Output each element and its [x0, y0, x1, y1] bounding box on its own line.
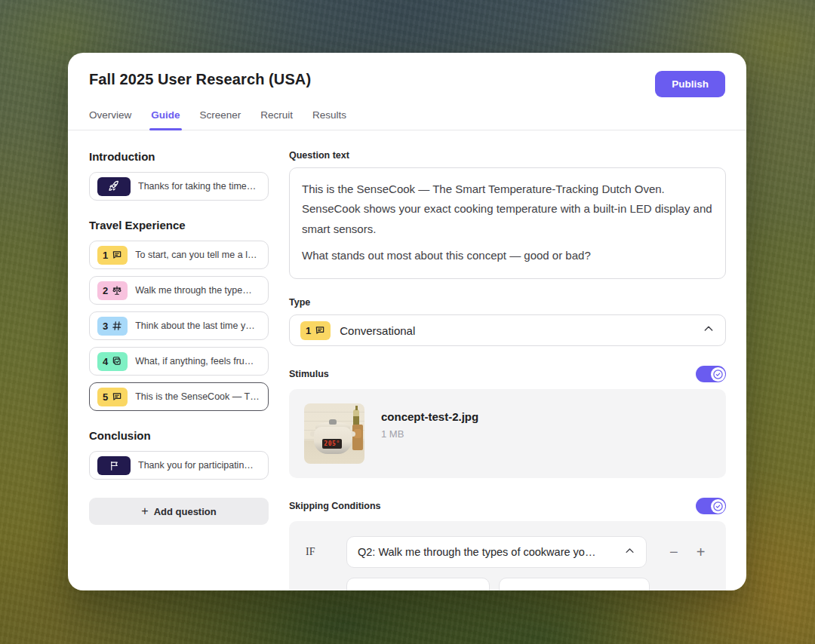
- publish-button[interactable]: Publish: [655, 71, 725, 97]
- section-title-travel-experience: Travel Experience: [89, 219, 269, 232]
- question-editor-panel: Question text This is the SenseCook — Th…: [289, 150, 726, 590]
- type-badge: 1: [300, 321, 331, 340]
- sidebar-item-q1[interactable]: 1 To start, can you tell me a l…: [89, 241, 269, 269]
- page-title: Fall 2025 User Research (USA): [89, 71, 311, 88]
- add-question-label: Add question: [154, 506, 217, 517]
- sidebar-item-label: To start, can you tell me a l…: [135, 250, 257, 260]
- condition-question-value: Q2: Walk me through the types of cookwar…: [358, 546, 617, 558]
- thumbnail-pot-knob: [329, 419, 337, 425]
- chat-icon: [112, 391, 122, 402]
- sidebar-item-label: Thank you for participatin…: [138, 460, 254, 471]
- question-badge: 2: [97, 281, 128, 300]
- skipping-conditions-panel: IF Q2: Walk me through the types of cook…: [289, 521, 726, 590]
- toggle-check-icon: [711, 367, 725, 382]
- stimulus-panel: 205° concept-test-2.jpg 1 MB: [289, 389, 726, 478]
- guide-outline-sidebar: Introduction Thanks for taking the time……: [89, 150, 269, 590]
- study-editor-card: Fall 2025 User Research (USA) Publish Ov…: [68, 53, 746, 590]
- tab-results[interactable]: Results: [312, 109, 346, 130]
- section-title-conclusion: Conclusion: [89, 429, 269, 442]
- type-select[interactable]: 1 Conversational: [289, 314, 726, 346]
- section-title-introduction: Introduction: [89, 150, 269, 163]
- type-badge-number: 1: [306, 325, 311, 336]
- question-number: 3: [103, 320, 108, 332]
- question-number: 5: [103, 391, 108, 403]
- scales-icon: [112, 285, 122, 296]
- sidebar-item-label: Think about the last time y…: [135, 320, 254, 331]
- sidebar-item-label: Walk me through the type…: [135, 285, 251, 296]
- question-badge: 4: [97, 352, 128, 371]
- question-text-paragraph-2: What stands out most about this concept …: [302, 246, 713, 265]
- add-condition-button[interactable]: +: [697, 544, 706, 560]
- condition-operator-select[interactable]: [346, 578, 490, 590]
- stimulus-toggle[interactable]: [696, 366, 726, 382]
- flag-icon: [97, 456, 131, 475]
- chevron-up-icon: [624, 545, 635, 560]
- tab-recruit[interactable]: Recruit: [260, 109, 293, 130]
- copy-check-icon: [112, 356, 122, 366]
- question-number: 1: [103, 250, 108, 261]
- sidebar-item-q2[interactable]: 2 Walk me through the type…: [89, 276, 269, 305]
- skipping-conditions-label: Skipping Conditions: [289, 501, 381, 511]
- toggle-check-icon: [711, 499, 725, 514]
- chevron-up-icon: [703, 323, 715, 338]
- tab-guide[interactable]: Guide: [151, 109, 180, 130]
- tab-overview[interactable]: Overview: [89, 109, 131, 130]
- stimulus-file-size: 1 MB: [381, 428, 478, 440]
- sidebar-item-label: What, if anything, feels fru…: [135, 356, 254, 366]
- card-header: Fall 2025 User Research (USA) Publish: [68, 53, 746, 97]
- sidebar-item-q3[interactable]: 3 Think about the last time y…: [89, 311, 269, 340]
- question-number: 2: [103, 285, 108, 296]
- question-text-label: Question text: [289, 150, 726, 161]
- question-badge: 1: [97, 246, 128, 265]
- question-text-input[interactable]: This is the SenseCook — The Smart Temper…: [289, 167, 726, 279]
- sidebar-item-conclusion[interactable]: Thank you for participatin…: [89, 451, 269, 480]
- condition-question-select[interactable]: Q2: Walk me through the types of cookwar…: [346, 536, 647, 568]
- condition-value-select[interactable]: [499, 578, 650, 590]
- stimulus-thumbnail[interactable]: 205°: [304, 403, 364, 464]
- type-value: Conversational: [340, 324, 694, 337]
- remove-condition-button[interactable]: −: [669, 544, 678, 560]
- sidebar-item-label: Thanks for taking the time…: [138, 181, 256, 192]
- type-label: Type: [289, 297, 726, 308]
- sidebar-item-label: This is the SenseCook — T…: [135, 391, 259, 402]
- question-text-paragraph-1: This is the SenseCook — The Smart Temper…: [302, 179, 713, 239]
- if-label: IF: [304, 546, 346, 558]
- tab-bar: Overview Guide Screener Recruit Results: [68, 109, 746, 130]
- chat-icon: [112, 250, 122, 260]
- skipping-conditions-toggle[interactable]: [696, 498, 726, 514]
- stimulus-file-name: concept-test-2.jpg: [381, 410, 478, 423]
- sidebar-item-q4[interactable]: 4 What, if anything, feels fru…: [89, 347, 269, 376]
- thumbnail-led-display: 205°: [322, 439, 342, 449]
- question-badge: 5: [97, 388, 128, 406]
- question-badge: 3: [97, 317, 128, 336]
- question-number: 4: [103, 356, 108, 367]
- rocket-icon: [97, 177, 131, 196]
- add-question-button[interactable]: + Add question: [89, 498, 269, 525]
- chat-icon: [315, 325, 325, 336]
- stimulus-label: Stimulus: [289, 369, 329, 379]
- sidebar-item-q5-selected[interactable]: 5 This is the SenseCook — T…: [89, 382, 269, 411]
- hash-icon: [112, 320, 122, 331]
- tab-screener[interactable]: Screener: [200, 109, 241, 130]
- plus-icon: +: [141, 504, 148, 518]
- sidebar-item-introduction[interactable]: Thanks for taking the time…: [89, 172, 269, 201]
